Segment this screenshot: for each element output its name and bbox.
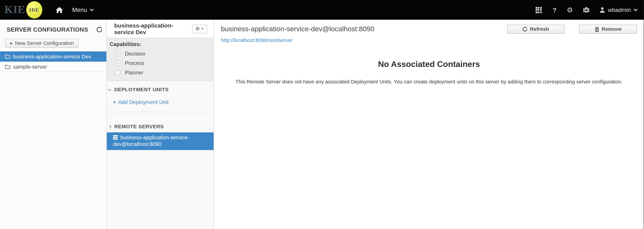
user-menu[interactable]: wbadmin [600, 7, 637, 13]
trash-icon [594, 27, 599, 32]
server-configurations-panel: SERVER CONFIGURATIONS + New Server Confi… [0, 20, 106, 229]
add-deployment-unit-label: Add Deployment Unit [118, 99, 168, 105]
no-containers-empty-state: No Associated Containers This Remote Ser… [214, 60, 644, 85]
folder-icon [5, 64, 10, 69]
capability-row-process: ✓ Process [115, 60, 214, 66]
kie-logo-text: KIE [4, 4, 26, 16]
plus-icon: + [113, 99, 116, 105]
capability-label: Decision [125, 51, 146, 57]
capabilities-section: Capabilities: ✓ Decision ✓ Process ✓ Pla… [107, 38, 214, 81]
capability-label: Process [125, 60, 144, 66]
server-config-item-sample-server[interactable]: sample-server [0, 62, 106, 72]
capabilities-label: Capabilities: [110, 41, 214, 47]
chevron-down-icon [90, 7, 94, 11]
home-icon[interactable] [56, 7, 63, 13]
refresh-icon [522, 27, 528, 32]
server-config-item-business-application-service-dev[interactable]: business-application-service Dev [0, 51, 106, 62]
process-checkbox[interactable]: ✓ [115, 61, 120, 66]
section-divider [107, 112, 214, 112]
folder-icon [5, 54, 10, 59]
medkit-icon[interactable] [583, 7, 589, 13]
kie-workbench-app: KIE IDE Menu ? ⚙ wb [0, 0, 644, 229]
add-deployment-unit-link[interactable]: + Add Deployment Unit [113, 99, 214, 105]
help-icon[interactable]: ? [553, 7, 556, 14]
gear-icon: ⚙ [195, 26, 200, 31]
apps-grid-icon[interactable] [535, 7, 542, 13]
server-config-detail-panel: business-application-service Dev ⚙ Capab… [106, 20, 214, 229]
server-configurations-title: SERVER CONFIGURATIONS [6, 26, 96, 33]
settings-gear-icon[interactable]: ⚙ [567, 7, 573, 14]
config-detail-title: business-application-service Dev [114, 22, 192, 35]
chevron-down-icon [634, 7, 638, 11]
remote-server-detail-panel: business-application-service-dev@localho… [214, 20, 644, 229]
menu-dropdown[interactable]: Menu [72, 7, 93, 13]
remove-button[interactable]: Remove [579, 25, 637, 34]
ide-logo-badge: IDE [26, 1, 42, 19]
remote-servers-title: REMOTE SERVERS [114, 124, 164, 129]
capability-row-decision: ✓ Decision [115, 51, 214, 57]
remote-server-item[interactable]: business-application-service-dev@localho… [107, 132, 214, 150]
deployment-units-title: DEPLOYMENT UNITS [114, 87, 169, 93]
server-config-label: sample-server [13, 64, 47, 70]
capability-label: Planner [125, 70, 143, 76]
refresh-label: Refresh [530, 26, 549, 32]
caret-down-icon [202, 28, 204, 30]
refresh-button[interactable]: Refresh [507, 25, 564, 34]
chevron-right-icon [108, 125, 112, 128]
menu-label: Menu [72, 7, 87, 13]
new-server-configuration-label: New Server Configuration [15, 40, 74, 46]
ide-badge-text: IDE [29, 7, 39, 13]
planner-checkbox[interactable]: ✓ [115, 70, 120, 75]
top-navbar: KIE IDE Menu ? ⚙ wb [0, 0, 644, 20]
new-server-configuration-button[interactable]: + New Server Configuration [5, 39, 78, 48]
server-icon [113, 135, 118, 140]
kie-ide-logo[interactable]: KIE IDE [4, 1, 42, 19]
config-detail-header: business-application-service Dev ⚙ [107, 20, 214, 38]
user-icon [600, 7, 605, 13]
decision-checkbox[interactable]: ✓ [115, 51, 120, 56]
username-label: wbadmin [608, 7, 631, 13]
remote-server-url-link[interactable]: http://localhost:8090/rest/server [221, 37, 293, 43]
refresh-configurations-icon[interactable] [96, 27, 102, 33]
server-action-buttons: Refresh Remove [507, 25, 637, 34]
deployment-units-section-header[interactable]: DEPLOYMENT UNITS [107, 87, 214, 93]
config-settings-dropdown-button[interactable]: ⚙ [192, 25, 207, 33]
remote-servers-section-header[interactable]: REMOTE SERVERS [107, 124, 214, 129]
server-config-label: business-application-service Dev [13, 53, 91, 59]
topbar-right-icons: ? ⚙ wbadmin [535, 7, 637, 14]
chevron-down-icon [108, 87, 112, 91]
remote-server-label: business-application-service-dev@localho… [113, 134, 189, 147]
remove-label: Remove [602, 26, 622, 32]
capability-row-planner: ✓ Planner [115, 70, 214, 76]
empty-state-message: This Remote Server does not have any ass… [214, 79, 644, 85]
server-configuration-list: business-application-service Dev sample-… [0, 51, 106, 72]
plus-icon: + [10, 40, 12, 46]
empty-state-title: No Associated Containers [214, 60, 644, 69]
